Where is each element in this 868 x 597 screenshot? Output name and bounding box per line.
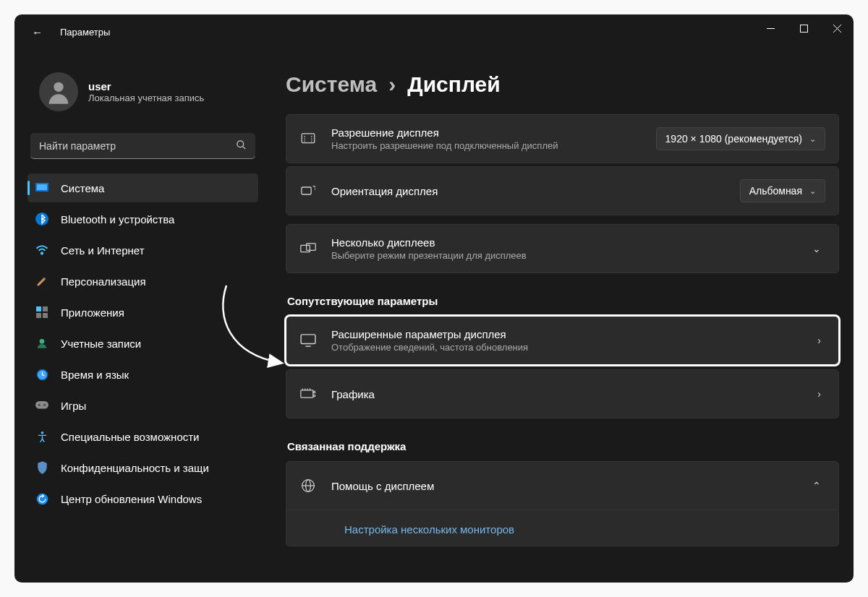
svg-point-20	[43, 404, 46, 406]
titlebar: ← Параметры	[14, 14, 854, 49]
svg-rect-18	[35, 401, 48, 409]
svg-rect-11	[36, 306, 41, 312]
section-support-heading: Связанная поддержка	[287, 440, 839, 452]
svg-rect-8	[37, 184, 47, 190]
orientation-dropdown[interactable]: Альбомная ⌄	[740, 179, 825, 202]
graphics-icon	[299, 388, 317, 400]
svg-rect-29	[301, 390, 313, 398]
breadcrumb-current: Дисплей	[407, 72, 500, 97]
nav-network[interactable]: Сеть и Интернет	[27, 236, 258, 265]
brush-icon	[35, 274, 49, 288]
back-arrow-icon[interactable]: ←	[32, 26, 43, 38]
orientation-row[interactable]: Ориентация дисплея Альбомная ⌄	[286, 166, 839, 215]
system-icon	[35, 181, 49, 195]
nav-system[interactable]: Система	[27, 173, 258, 202]
card-subtitle: Настроить разрешение под подключенный ди…	[331, 140, 642, 151]
orientation-icon	[299, 184, 317, 197]
resolution-icon	[299, 133, 317, 145]
nav-accessibility[interactable]: Специальные возможности	[27, 422, 258, 451]
svg-line-6	[242, 146, 245, 149]
chevron-up-icon: ⌃	[808, 480, 825, 491]
shield-icon	[35, 460, 49, 475]
apps-icon	[35, 305, 49, 319]
help-expanded: Настройка нескольких мониторов	[286, 510, 839, 546]
svg-point-35	[313, 395, 315, 397]
person-icon	[35, 336, 49, 351]
update-icon	[35, 491, 49, 506]
svg-rect-12	[43, 306, 48, 312]
card-title: Помощь с дисплеем	[331, 480, 793, 492]
chevron-down-icon: ⌄	[808, 243, 825, 254]
close-button[interactable]	[820, 14, 854, 42]
nav-update[interactable]: Центр обновления Windows	[27, 484, 258, 513]
svg-rect-26	[307, 244, 316, 250]
monitor-icon	[299, 334, 317, 347]
maximize-button[interactable]	[787, 14, 820, 42]
svg-point-19	[38, 404, 41, 406]
nav-label: Специальные возможности	[61, 431, 200, 443]
svg-point-10	[41, 252, 43, 254]
svg-rect-23	[302, 134, 315, 143]
graphics-row[interactable]: Графика ›	[286, 369, 839, 418]
search-input[interactable]: Найти параметр	[30, 133, 255, 159]
bluetooth-icon	[35, 212, 49, 226]
breadcrumb-prev[interactable]: Система	[286, 72, 377, 97]
svg-point-5	[237, 140, 244, 147]
section-related-heading: Сопутствующие параметры	[287, 295, 839, 307]
nav-label: Система	[61, 182, 104, 194]
clock-icon	[35, 367, 49, 382]
gamepad-icon	[35, 398, 49, 413]
card-title: Расширенные параметры дисплея	[331, 328, 799, 340]
avatar-icon	[39, 72, 78, 111]
card-title: Ориентация дисплея	[331, 185, 726, 197]
card-title: Разрешение дисплея	[331, 126, 642, 139]
svg-rect-24	[302, 187, 311, 194]
nav-personalization[interactable]: Персонализация	[27, 267, 258, 296]
search-icon	[236, 139, 247, 153]
search-placeholder: Найти параметр	[39, 140, 116, 152]
nav-label: Учетные записи	[61, 338, 141, 350]
profile-block[interactable]: user Локальная учетная запись	[27, 64, 258, 127]
nav-apps[interactable]: Приложения	[27, 298, 258, 327]
card-title: Графика	[331, 388, 799, 400]
svg-point-15	[40, 339, 45, 344]
card-title: Несколько дисплеев	[331, 236, 793, 249]
breadcrumb: Система › Дисплей	[286, 72, 839, 97]
card-subtitle: Выберите режим презентации для дисплеев	[331, 250, 793, 261]
svg-point-4	[54, 82, 63, 92]
nav-privacy[interactable]: Конфиденциальность и защи	[27, 453, 258, 482]
chevron-right-icon: ›	[388, 72, 396, 97]
help-row[interactable]: Помощь с дисплеем ⌃	[286, 461, 839, 510]
multi-display-icon	[299, 243, 317, 254]
nav-bluetooth[interactable]: Bluetooth и устройства	[27, 205, 258, 233]
resolution-row[interactable]: Разрешение дисплея Настроить разрешение …	[286, 114, 839, 163]
nav-label: Конфиденциальность и защи	[61, 462, 209, 474]
nav-label: Игры	[61, 400, 86, 412]
main-content: Система › Дисплей Разрешение дисплея Нас…	[286, 72, 839, 583]
user-subtitle: Локальная учетная запись	[88, 93, 204, 103]
nav-accounts[interactable]: Учетные записи	[27, 329, 258, 358]
app-title: Параметры	[60, 27, 110, 38]
svg-rect-13	[36, 313, 41, 318]
nav-time[interactable]: Время и язык	[27, 360, 258, 389]
resolution-dropdown[interactable]: 1920 × 1080 (рекомендуется) ⌄	[656, 127, 825, 150]
svg-rect-25	[301, 245, 310, 252]
nav-label: Время и язык	[61, 369, 129, 381]
svg-rect-14	[43, 313, 48, 318]
svg-rect-27	[301, 335, 315, 344]
nav-gaming[interactable]: Игры	[27, 391, 258, 420]
nav-label: Персонализация	[61, 275, 146, 288]
globe-icon	[299, 478, 317, 493]
nav-label: Приложения	[61, 306, 124, 319]
svg-point-21	[41, 431, 43, 434]
minimize-button[interactable]	[754, 14, 787, 42]
nav-label: Bluetooth и устройства	[61, 213, 174, 226]
wifi-icon	[35, 243, 49, 257]
help-link[interactable]: Настройка нескольких мониторов	[299, 510, 514, 536]
window-controls	[754, 14, 854, 42]
multi-display-row[interactable]: Несколько дисплеев Выберите режим презен…	[286, 224, 839, 273]
dropdown-value: 1920 × 1080 (рекомендуется)	[665, 133, 802, 145]
chevron-right-icon: ›	[813, 335, 825, 346]
advanced-display-row[interactable]: Расширенные параметры дисплея Отображени…	[286, 316, 839, 365]
nav-label: Центр обновления Windows	[61, 493, 202, 505]
